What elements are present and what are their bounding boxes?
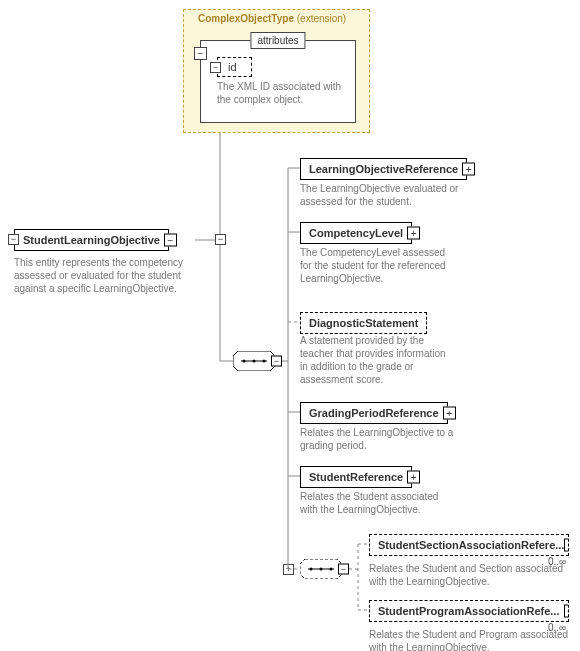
child-studentreference: StudentReference +: [300, 466, 412, 488]
child-expand-3[interactable]: +: [443, 407, 456, 420]
child-expand-4[interactable]: +: [407, 471, 420, 484]
child-expand-1[interactable]: +: [407, 227, 420, 240]
child-desc-0: The LearningObjective evaluated or asses…: [300, 182, 480, 208]
sequence-opt-octagon-icon: [300, 559, 342, 579]
root-element-label: StudentLearningObjective: [23, 234, 160, 246]
attr-id-desc: The XML ID associated with the complex o…: [217, 80, 347, 106]
child-desc-2: A statement provided by the teacher that…: [300, 334, 455, 386]
opt-desc-1: Relates the Student and Program associat…: [369, 628, 569, 651]
child-learningobjectivereference: LearningObjectiveReference +: [300, 158, 467, 180]
junction-box: −: [215, 234, 226, 245]
sequence-main-expand[interactable]: −: [271, 356, 282, 367]
svg-point-7: [310, 568, 313, 571]
opt-label-1: StudentProgramAssociationRefe...: [378, 605, 560, 617]
attributes-collapse-icon[interactable]: −: [194, 47, 207, 60]
sequence-main: −: [233, 351, 275, 371]
child-label-1: CompetencyLevel: [309, 227, 403, 239]
svg-point-4: [263, 360, 266, 363]
extension-title: ComplexObjectType (extension): [198, 13, 346, 24]
child-competencylevel: CompetencyLevel +: [300, 222, 412, 244]
child-label-2: DiagnosticStatement: [309, 317, 418, 329]
child-desc-1: The CompetencyLevel assessed for the stu…: [300, 246, 450, 285]
opt-child-studentsection: StudentSectionAssociationRefere... +: [369, 534, 569, 556]
svg-point-9: [330, 568, 333, 571]
root-expand-icon[interactable]: −: [164, 234, 177, 247]
attr-id-toggle[interactable]: −: [210, 62, 221, 73]
extension-title-text: ComplexObjectType: [198, 13, 294, 24]
svg-point-3: [253, 360, 256, 363]
root-toggle[interactable]: −: [8, 234, 19, 245]
switch-icon: +: [283, 564, 294, 575]
attr-id-label: id: [228, 61, 237, 73]
attr-id: id: [217, 57, 252, 77]
child-label-0: LearningObjectiveReference: [309, 163, 458, 175]
child-label-4: StudentReference: [309, 471, 403, 483]
child-desc-3: Relates the LearningObjective to a gradi…: [300, 426, 470, 452]
sequence-octagon-icon: [233, 351, 275, 371]
opt-expand-1[interactable]: +: [564, 605, 569, 618]
opt-desc-0: Relates the Student and Section associat…: [369, 562, 564, 588]
sequence-optional: −: [300, 559, 342, 579]
attributes-header: attributes: [250, 32, 305, 49]
svg-point-8: [320, 568, 323, 571]
sequence-opt-expand[interactable]: −: [338, 564, 349, 575]
root-element: StudentLearningObjective −: [14, 229, 169, 251]
opt-expand-0[interactable]: +: [564, 539, 569, 552]
opt-child-studentprogram: StudentProgramAssociationRefe... +: [369, 600, 569, 622]
extension-suffix: (extension): [297, 13, 346, 24]
child-desc-4: Relates the Student associated with the …: [300, 490, 440, 516]
child-expand-0[interactable]: +: [462, 163, 475, 176]
opt-label-0: StudentSectionAssociationRefere...: [378, 539, 564, 551]
root-desc: This entity represents the competency as…: [14, 256, 194, 295]
child-label-3: GradingPeriodReference: [309, 407, 439, 419]
child-gradingperiodreference: GradingPeriodReference +: [300, 402, 448, 424]
child-diagnosticstatement: DiagnosticStatement: [300, 312, 427, 334]
svg-point-2: [243, 360, 246, 363]
